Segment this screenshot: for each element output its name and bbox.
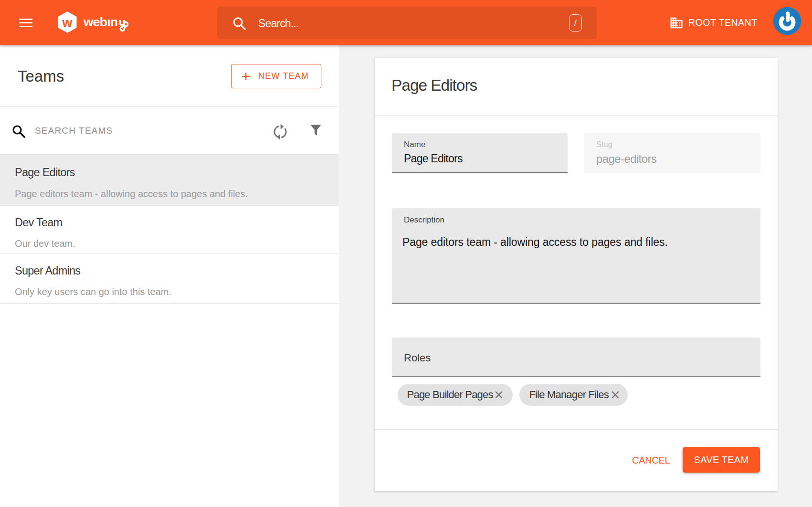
svg-text:webın: webın <box>84 15 117 29</box>
svg-text:w: w <box>62 16 73 30</box>
